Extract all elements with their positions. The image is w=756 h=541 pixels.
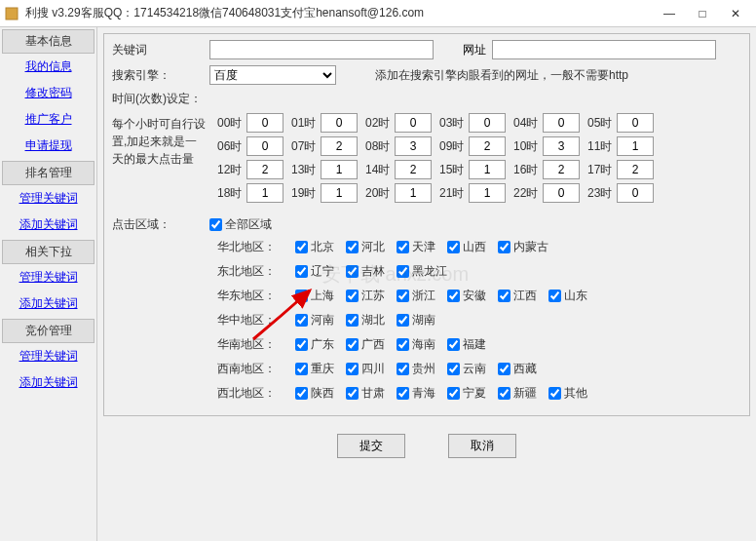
region-checkbox[interactable]: 宁夏 [447,385,486,402]
region-checkbox[interactable]: 青海 [397,385,435,402]
hour-label: 06时 [217,138,246,155]
sidebar-link[interactable]: 修改密码 [2,80,94,106]
region-checkbox[interactable]: 重庆 [295,361,334,377]
region-checkbox[interactable]: 湖南 [397,312,435,328]
hour-input[interactable] [321,183,358,203]
keyword-input[interactable] [209,40,434,59]
region-checkbox[interactable]: 福建 [447,336,486,353]
all-region-checkbox[interactable]: 全部区域 [209,216,272,233]
sidebar-link[interactable]: 推广客户 [2,106,94,133]
hour-input[interactable] [469,113,506,133]
hour-label: 15时 [439,162,469,178]
sidebar-link[interactable]: 申请提现 [2,133,94,159]
hour-input[interactable] [543,136,580,156]
region-checkbox[interactable]: 新疆 [498,385,537,402]
hour-input[interactable] [321,160,358,179]
region-checkbox[interactable]: 天津 [397,239,435,255]
hour-input[interactable] [469,160,506,179]
region-checkbox[interactable]: 山东 [548,288,587,304]
region-checkbox[interactable]: 内蒙古 [498,239,548,255]
hour-input[interactable] [469,183,506,203]
sidebar-header: 基本信息 [2,29,94,54]
region-checkbox[interactable]: 湖北 [346,312,385,328]
region-checkbox[interactable]: 西藏 [498,361,537,377]
hour-input[interactable] [543,183,580,203]
engine-select[interactable]: 百度 [209,65,336,85]
hour-input[interactable] [395,136,432,156]
hour-input[interactable] [246,160,284,179]
engine-label: 搜索引擎： [110,67,209,84]
hour-label: 07时 [291,138,321,155]
region-checkbox[interactable]: 海南 [397,336,435,353]
hour-label: 00时 [217,115,246,132]
keyword-label: 关键词 [110,42,209,58]
sidebar-header: 相关下拉 [2,240,94,264]
hour-label: 18时 [217,185,246,202]
region-checkbox[interactable]: 河北 [346,239,385,255]
hour-label: 23时 [587,185,617,202]
hour-label: 01时 [291,115,321,132]
hour-input[interactable] [617,113,654,133]
region-checkbox[interactable]: 四川 [346,361,385,377]
region-checkbox[interactable]: 广东 [295,336,334,353]
close-button[interactable]: ✕ [719,2,752,25]
sidebar-link[interactable]: 我的信息 [2,54,94,80]
cancel-button[interactable]: 取消 [448,434,516,458]
region-checkbox[interactable]: 江西 [498,288,537,304]
hour-label: 11时 [587,138,617,155]
hour-input[interactable] [617,160,654,179]
region-checkbox[interactable]: 河南 [295,312,334,328]
hour-input[interactable] [246,136,284,156]
hour-input[interactable] [321,113,358,133]
region-checkbox[interactable]: 黑龙江 [397,263,447,280]
maximize-button[interactable]: □ [686,2,719,25]
hour-label: 12时 [217,162,246,178]
minimize-button[interactable]: — [653,2,686,25]
region-checkbox[interactable]: 上海 [295,288,334,304]
region-checkbox[interactable]: 辽宁 [295,263,334,280]
region-group-label: 华中地区： [217,312,295,328]
region-checkbox[interactable]: 陕西 [295,385,334,402]
region-checkbox[interactable]: 贵州 [397,361,435,377]
region-checkbox[interactable]: 甘肃 [346,385,385,402]
hour-input[interactable] [246,183,284,203]
region-checkbox[interactable]: 吉林 [346,263,385,280]
sidebar-link[interactable]: 管理关键词 [2,185,94,212]
content-panel: 关键词 网址 搜索引擎： 百度 添加在搜索引擎肉眼看到的网址，一般不需要http… [97,27,756,541]
window-title: 利搜 v3.29客服QQ：1714534218微信740648031支付宝hen… [25,5,653,21]
hour-input[interactable] [617,183,654,203]
hour-input[interactable] [246,113,284,133]
time-label: 时间(次数)设定： [110,91,209,107]
hour-input[interactable] [543,113,580,133]
hour-input[interactable] [395,183,432,203]
time-grid: 00时01时02时03时04时05时06时07时08时09时10时11时12时1… [217,113,743,203]
time-desc: 每个小时可自行设置,加起来就是一天的最大点击量 [110,113,209,170]
sidebar-link[interactable]: 管理关键词 [2,264,94,290]
region-checkbox[interactable]: 山西 [447,239,486,255]
sidebar-link[interactable]: 添加关键词 [2,369,94,396]
url-label: 网址 [463,42,486,58]
hour-input[interactable] [617,136,654,156]
hour-input[interactable] [395,113,432,133]
region-checkbox[interactable]: 广西 [346,336,385,353]
hour-label: 10时 [513,138,543,155]
hour-input[interactable] [395,160,432,179]
region-checkbox[interactable]: 浙江 [397,288,435,304]
region-group-label: 华南地区： [217,336,295,353]
url-input[interactable] [492,40,716,59]
region-checkbox[interactable]: 其他 [548,385,587,402]
hour-input[interactable] [469,136,506,156]
hour-label: 14时 [365,162,395,178]
region-checkbox[interactable]: 北京 [295,239,334,255]
sidebar-link[interactable]: 添加关键词 [2,290,94,317]
region-checkbox[interactable]: 安徽 [447,288,486,304]
region-checkbox[interactable]: 江苏 [346,288,385,304]
hour-input[interactable] [321,136,358,156]
sidebar-link[interactable]: 添加关键词 [2,212,94,238]
submit-button[interactable]: 提交 [337,434,405,458]
hour-label: 05时 [587,115,617,132]
hour-input[interactable] [543,160,580,179]
region-checkbox[interactable]: 云南 [447,361,486,377]
sidebar-link[interactable]: 管理关键词 [2,343,94,369]
region-group-label: 华东地区： [217,288,295,304]
